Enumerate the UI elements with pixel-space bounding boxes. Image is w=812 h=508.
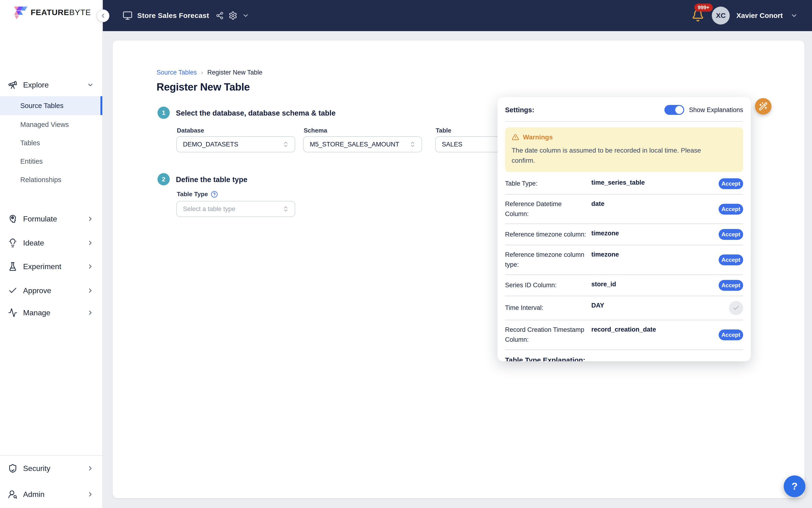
help-circle-icon[interactable] <box>211 191 218 198</box>
schema-select-value: M5_STORE_SALES_AMOUNT <box>310 141 399 148</box>
monitor-icon <box>123 11 133 20</box>
settings-row-time-interval: Time Interval: DAY <box>505 296 743 320</box>
step-2-badge: 2 <box>157 173 170 185</box>
sidebar-item-label: Formulate <box>23 215 57 223</box>
breadcrumb-source-tables-link[interactable]: Source Tables <box>156 69 197 76</box>
database-select[interactable]: DEMO_DATASETS <box>176 136 295 152</box>
sidebar-item-label: Security <box>23 464 50 473</box>
user-search-icon <box>8 490 17 499</box>
featurebyte-logo: FEATUREBYTE <box>13 5 91 19</box>
sidebar-item-explore[interactable]: Explore <box>0 76 102 94</box>
sidebar-item-label: Experiment <box>23 262 61 271</box>
breadcrumb-current: Register New Table <box>207 69 262 76</box>
warning-message: The date column is assumed to be recorde… <box>512 145 719 166</box>
user-menu-chevron-icon[interactable] <box>790 12 798 19</box>
chevrons-up-down-icon <box>409 141 416 147</box>
settings-row-series-id-column: Series ID Column: store_id Accept <box>505 275 743 296</box>
warning-box: Warnings The date column is assumed to b… <box>505 127 743 172</box>
sidebar-item-managed-views[interactable]: Managed Views <box>0 115 102 134</box>
chevrons-up-down-icon <box>282 206 289 212</box>
step-2-title: Define the table type <box>176 175 247 184</box>
featurebyte-logo-mark-icon <box>13 5 27 19</box>
show-explanations-toggle[interactable] <box>664 105 684 115</box>
sidebar-item-tables[interactable]: Tables <box>0 133 102 152</box>
sidebar-item-entities[interactable]: Entities <box>0 152 102 171</box>
settings-panel: Settings: Show Explanations Warnings The… <box>497 97 751 361</box>
chevron-left-icon <box>100 12 106 19</box>
sidebar-item-source-tables[interactable]: Source Tables <box>0 96 102 115</box>
schema-label: Schema <box>304 127 327 134</box>
sidebar-item-label: Entities <box>20 158 43 165</box>
sidebar-item-label: Manage <box>23 308 50 317</box>
chevron-down-icon <box>87 81 94 88</box>
sidebar-item-formulate[interactable]: Formulate <box>0 209 102 228</box>
head-gear-icon <box>8 214 17 223</box>
accepted-check-button[interactable] <box>729 301 743 315</box>
sidebar-item-label: Tables <box>20 139 40 147</box>
warning-title: Warnings <box>523 133 553 141</box>
lightbulb-icon <box>8 238 17 248</box>
warning-triangle-icon <box>512 133 519 141</box>
accept-button[interactable]: Accept <box>719 280 743 291</box>
setting-label: Time Interval: <box>505 303 591 313</box>
collapse-sidebar-button[interactable] <box>97 9 109 22</box>
accept-button[interactable]: Accept <box>719 178 743 189</box>
setting-value: date <box>591 200 716 208</box>
sidebar-item-manage[interactable]: Manage <box>0 303 102 322</box>
sidebar-item-ideate[interactable]: Ideate <box>0 234 102 252</box>
setting-label: Record Creation Timestamp Column: <box>505 325 591 345</box>
workspace-menu-chevron-icon[interactable] <box>242 12 249 19</box>
database-label: Database <box>177 127 204 134</box>
sidebar-item-approve[interactable]: Approve <box>0 281 102 300</box>
chevron-right-icon <box>87 287 94 294</box>
settings-title: Settings: <box>505 106 534 114</box>
accept-button[interactable]: Accept <box>719 229 743 240</box>
setting-value: time_series_table <box>591 179 716 186</box>
sidebar-item-security[interactable]: Security <box>0 459 102 478</box>
settings-row-table-type: Table Type: time_series_table Accept <box>505 173 743 195</box>
notifications-button[interactable]: 999+ <box>691 9 704 22</box>
table-type-label: Table Type <box>177 190 218 198</box>
avatar[interactable]: XC <box>712 7 730 25</box>
setting-label: Reference Datetime Column: <box>505 199 591 219</box>
chevron-right-icon <box>87 309 94 316</box>
chevron-right-icon <box>87 465 94 472</box>
sidebar-item-experiment[interactable]: Experiment <box>0 257 102 276</box>
help-button[interactable]: ? <box>784 475 805 497</box>
setting-label: Reference timezone column: <box>505 230 591 240</box>
topbar-right: 999+ XC Xavier Conort <box>691 7 798 25</box>
table-type-select[interactable]: Select a table type <box>176 201 295 217</box>
sidebar-item-label: Explore <box>23 81 49 89</box>
magic-wand-button[interactable] <box>755 98 771 115</box>
chevron-right-icon <box>87 263 94 270</box>
sidebar-item-relationships[interactable]: Relationships <box>0 170 102 189</box>
gear-icon[interactable] <box>228 11 237 20</box>
top-bar: Store Sales Forecast 999+ XC Xavier Cono… <box>103 0 812 31</box>
setting-value: timezone <box>591 230 716 237</box>
flask-icon <box>8 262 17 271</box>
workspace-title: Store Sales Forecast <box>137 11 209 19</box>
settings-row-reference-timezone-column: Reference timezone column: timezone Acce… <box>505 224 743 245</box>
step-1-badge: 1 <box>157 107 170 119</box>
shield-check-icon <box>8 464 17 473</box>
table-type-label-text: Table Type <box>177 190 208 198</box>
table-label: Table <box>436 127 451 134</box>
share-icon[interactable] <box>216 11 224 19</box>
toggle-knob <box>675 106 683 114</box>
show-explanations-label: Show Explanations <box>689 107 743 114</box>
accept-button[interactable]: Accept <box>719 330 743 340</box>
sidebar-item-label: Source Tables <box>20 102 63 110</box>
schema-select[interactable]: M5_STORE_SALES_AMOUNT <box>303 136 422 152</box>
setting-value: store_id <box>591 281 716 288</box>
chevron-right-icon <box>87 215 94 222</box>
magic-wand-icon <box>759 102 768 111</box>
settings-panel-header: Settings: Show Explanations <box>505 104 743 116</box>
featurebyte-wordmark: FEATUREBYTE <box>31 8 91 17</box>
accept-button[interactable]: Accept <box>719 204 743 215</box>
sidebar-item-admin[interactable]: Admin <box>0 485 102 504</box>
sidebar: FEATUREBYTE Explore Source Tables Manage… <box>0 0 103 508</box>
panel-divider <box>505 121 743 122</box>
accept-button[interactable]: Accept <box>719 254 743 265</box>
chevrons-up-down-icon <box>282 141 289 147</box>
sidebar-item-label: Admin <box>23 490 45 499</box>
